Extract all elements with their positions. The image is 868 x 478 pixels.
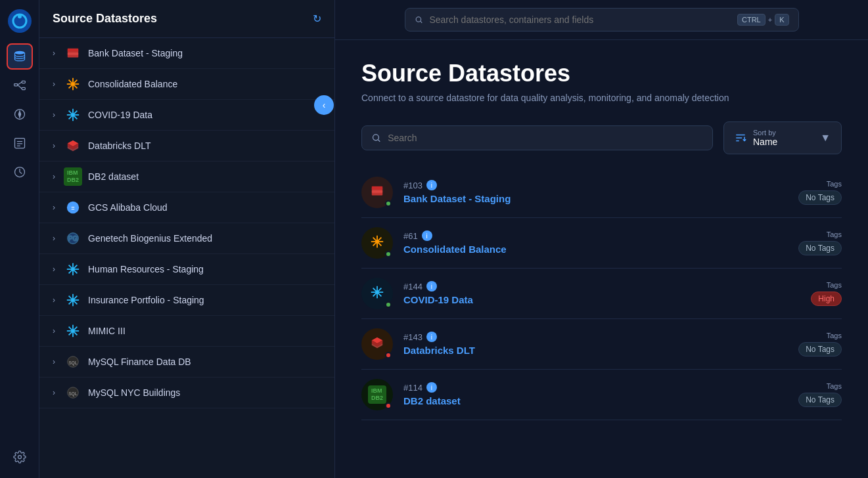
page-title: Source Datastores <box>361 60 842 87</box>
nav-checklist[interactable] <box>7 130 33 156</box>
svg-text:SQL: SQL <box>68 391 77 397</box>
global-search-input[interactable] <box>429 14 731 25</box>
svg-line-59 <box>420 21 421 22</box>
datastore-icon-covid19-data <box>64 106 81 123</box>
chevron-icon: › <box>53 265 55 274</box>
sidebar-item-mimic-iii[interactable]: › MIMIC III <box>39 316 334 347</box>
svg-rect-11 <box>14 139 24 148</box>
ds-icon <box>370 234 384 251</box>
ds-id: #144 <box>403 282 423 292</box>
sidebar-item-gcs-alibaba-cloud[interactable]: › = GCS Alibaba Cloud <box>39 192 334 223</box>
sidebar-item-mysql-finance[interactable]: › SQL MySQL Finance Data DB <box>39 347 334 378</box>
ds-status-dot <box>385 402 392 409</box>
sidebar-item-bank-dataset-staging[interactable]: › Bank Dataset - Staging <box>39 38 334 69</box>
ds-info-icon[interactable]: i <box>426 382 437 393</box>
ds-id: #143 <box>403 332 423 342</box>
sort-icon <box>735 132 746 144</box>
nav-datastores[interactable] <box>7 43 33 70</box>
sidebar-item-human-resources-staging[interactable]: › Human Resources - Staging <box>39 254 334 285</box>
sidebar-item-databricks-dlt[interactable]: › Databricks DLT <box>39 131 334 162</box>
icon-rail <box>0 0 39 478</box>
datastore-search-input[interactable] <box>388 133 703 143</box>
svg-rect-68 <box>372 190 383 193</box>
sidebar-item-genetech-biogenius[interactable]: › PG Genetech Biogenius Extended <box>39 223 334 254</box>
datastore-item-144: #144 i COVID-19 Data Tags High <box>361 269 842 319</box>
ds-id-row: #61 i <box>403 230 752 241</box>
sidebar-item-label: Genetech Biogenius Extended <box>88 233 212 244</box>
ds-status-dot <box>385 251 392 257</box>
ds-tag-badge[interactable]: No Tags <box>798 190 842 205</box>
datastore-item-61: #61 i Consolidated Balance Tags No Tags <box>361 218 842 269</box>
svg-rect-5 <box>22 81 25 83</box>
ds-info-icon[interactable]: i <box>426 180 437 190</box>
ds-info: #114 i DB2 dataset <box>403 382 752 407</box>
ds-name[interactable]: Consolidated Balance <box>403 244 507 255</box>
app-logo[interactable] <box>7 8 33 34</box>
nav-settings[interactable] <box>7 444 33 470</box>
datastore-item-143: #143 i Databricks DLT Tags No Tags <box>361 319 842 370</box>
global-search-bar[interactable]: CTRL + K <box>405 8 799 32</box>
svg-line-17 <box>20 172 22 174</box>
page-header: Source Datastores Connect to a source da… <box>361 60 842 103</box>
sidebar-item-db2-dataset[interactable]: › IBMDB2 DB2 dataset <box>39 162 334 192</box>
ds-tags: Tags High <box>763 281 842 306</box>
ds-info-icon[interactable]: i <box>426 281 437 292</box>
datastore-item-103: #103 i Bank Dataset - Staging Tags No Ta… <box>361 167 842 218</box>
ds-name[interactable]: Databricks DLT <box>403 345 475 356</box>
svg-point-2 <box>18 14 22 18</box>
svg-line-7 <box>17 82 22 85</box>
ds-tag-badge[interactable]: No Tags <box>798 393 842 407</box>
datastore-icon-mimic-iii <box>64 322 81 339</box>
top-bar: CTRL + K ‹ <box>335 0 868 40</box>
sidebar-item-label: Human Resources - Staging <box>88 264 204 274</box>
ds-info-icon[interactable]: i <box>426 332 437 342</box>
ds-icon <box>370 336 384 353</box>
sidebar-item-label: MySQL Finance Data DB <box>88 357 191 367</box>
svg-rect-20 <box>68 49 79 52</box>
sidebar-item-consolidated-balance[interactable]: › Consolidated Balance <box>39 69 334 100</box>
svg-line-61 <box>378 140 380 142</box>
ds-tags-label: Tags <box>827 281 842 289</box>
chevron-icon: › <box>53 141 55 150</box>
ds-info: #61 i Consolidated Balance <box>403 230 752 255</box>
sidebar-item-insurance-portfolio-staging[interactable]: › Insurance Portfolio - Staging <box>39 285 334 316</box>
datastore-icon-mysql-finance: SQL <box>64 353 81 370</box>
svg-text:=: = <box>71 205 74 211</box>
ds-tag-badge[interactable]: High <box>811 292 842 306</box>
ds-id: #103 <box>403 181 423 190</box>
nav-compass[interactable] <box>7 101 33 127</box>
sidebar-item-covid19-data[interactable]: › COVID-19 Data <box>39 100 334 131</box>
ds-id: #114 <box>403 383 423 393</box>
ds-icon: IBMDB2 <box>368 385 386 404</box>
datastore-icon-bank-dataset-staging <box>64 45 81 62</box>
sort-label-group: Sort by Name <box>753 129 777 147</box>
datastore-search-box[interactable] <box>361 125 713 150</box>
svg-point-78 <box>376 291 378 293</box>
ds-name[interactable]: DB2 dataset <box>403 395 461 406</box>
nav-clock[interactable] <box>7 159 33 185</box>
datastore-list: #103 i Bank Dataset - Staging Tags No Ta… <box>361 167 842 420</box>
sidebar-item-mysql-nyc[interactable]: › SQL MySQL NYC Buildings <box>39 378 334 408</box>
svg-rect-4 <box>14 84 17 86</box>
chevron-icon: › <box>53 172 55 181</box>
ds-info: #144 i COVID-19 Data <box>403 281 752 306</box>
chevron-icon: › <box>53 110 55 120</box>
svg-text:PG: PG <box>68 235 78 242</box>
ds-info-icon[interactable]: i <box>422 230 432 241</box>
datastore-icon-consolidated-balance <box>64 76 81 93</box>
ds-name[interactable]: COVID-19 Data <box>403 294 473 305</box>
sort-dropdown[interactable]: Sort by Name ▼ <box>723 121 842 154</box>
ds-id-row: #114 i <box>403 382 752 393</box>
nav-topology[interactable] <box>7 72 33 98</box>
svg-point-60 <box>373 135 379 141</box>
svg-point-31 <box>72 114 74 116</box>
refresh-button[interactable]: ↻ <box>313 12 321 25</box>
svg-rect-21 <box>68 53 79 55</box>
chevron-icon: › <box>53 295 55 305</box>
chevron-icon: › <box>53 49 55 58</box>
chevron-icon: › <box>53 234 55 243</box>
ds-tag-badge[interactable]: No Tags <box>798 241 842 255</box>
ds-tag-badge[interactable]: No Tags <box>798 342 842 357</box>
ds-name[interactable]: Bank Dataset - Staging <box>403 193 511 204</box>
kbd-plus: + <box>768 16 772 24</box>
